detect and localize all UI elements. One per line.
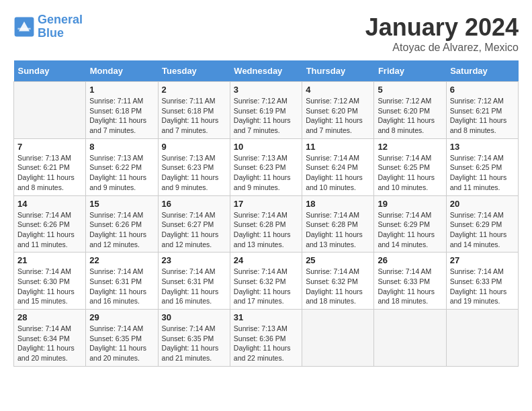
day-info: Sunrise: 7:12 AMSunset: 6:20 PMDaylight:… [378, 96, 442, 136]
day-info: Sunrise: 7:12 AMSunset: 6:20 PMDaylight:… [306, 96, 370, 136]
logo: General Blue [13, 13, 83, 40]
day-info: Sunrise: 7:14 AMSunset: 6:32 PMDaylight:… [306, 267, 370, 306]
day-cell: 30Sunrise: 7:14 AMSunset: 6:35 PMDayligh… [158, 310, 230, 367]
week-row-1: 1Sunrise: 7:11 AMSunset: 6:18 PMDaylight… [14, 82, 519, 139]
day-cell: 13Sunrise: 7:14 AMSunset: 6:25 PMDayligh… [446, 138, 518, 195]
day-info: Sunrise: 7:13 AMSunset: 6:22 PMDaylight:… [89, 153, 154, 193]
day-number: 4 [306, 85, 370, 95]
day-number: 7 [17, 142, 82, 152]
day-cell: 5Sunrise: 7:12 AMSunset: 6:20 PMDaylight… [374, 82, 446, 139]
column-header-saturday: Saturday [446, 60, 518, 82]
day-info: Sunrise: 7:14 AMSunset: 6:33 PMDaylight:… [378, 267, 442, 306]
day-cell: 1Sunrise: 7:11 AMSunset: 6:18 PMDaylight… [86, 82, 158, 139]
day-number: 9 [162, 142, 226, 152]
title-section: January 2024 Atoyac de Alvarez, Mexico [365, 13, 519, 54]
day-info: Sunrise: 7:12 AMSunset: 6:21 PMDaylight:… [450, 96, 515, 136]
day-info: Sunrise: 7:12 AMSunset: 6:19 PMDaylight:… [234, 96, 298, 136]
week-row-5: 28Sunrise: 7:14 AMSunset: 6:34 PMDayligh… [14, 310, 519, 367]
day-cell: 7Sunrise: 7:13 AMSunset: 6:21 PMDaylight… [14, 138, 86, 195]
day-cell: 14Sunrise: 7:14 AMSunset: 6:26 PMDayligh… [14, 195, 86, 253]
day-info: Sunrise: 7:13 AMSunset: 6:36 PMDaylight:… [234, 324, 298, 363]
day-info: Sunrise: 7:14 AMSunset: 6:29 PMDaylight:… [378, 210, 442, 250]
day-info: Sunrise: 7:14 AMSunset: 6:31 PMDaylight:… [162, 267, 226, 306]
day-cell: 17Sunrise: 7:14 AMSunset: 6:28 PMDayligh… [230, 195, 302, 253]
day-cell: 11Sunrise: 7:14 AMSunset: 6:24 PMDayligh… [302, 138, 374, 195]
day-info: Sunrise: 7:14 AMSunset: 6:29 PMDaylight:… [450, 210, 515, 250]
logo-text: General Blue [38, 13, 83, 40]
day-cell: 2Sunrise: 7:11 AMSunset: 6:18 PMDaylight… [158, 82, 230, 139]
day-cell: 6Sunrise: 7:12 AMSunset: 6:21 PMDaylight… [446, 82, 518, 139]
day-cell: 9Sunrise: 7:13 AMSunset: 6:23 PMDaylight… [158, 138, 230, 195]
day-info: Sunrise: 7:13 AMSunset: 6:23 PMDaylight:… [162, 153, 226, 193]
day-cell: 3Sunrise: 7:12 AMSunset: 6:19 PMDaylight… [230, 82, 302, 139]
day-info: Sunrise: 7:14 AMSunset: 6:24 PMDaylight:… [306, 153, 370, 193]
column-header-monday: Monday [86, 60, 158, 82]
day-info: Sunrise: 7:13 AMSunset: 6:23 PMDaylight:… [234, 153, 298, 193]
day-cell: 10Sunrise: 7:13 AMSunset: 6:23 PMDayligh… [230, 138, 302, 195]
day-number: 15 [89, 199, 154, 209]
day-number: 23 [162, 255, 226, 265]
week-row-2: 7Sunrise: 7:13 AMSunset: 6:21 PMDaylight… [14, 138, 519, 195]
column-header-wednesday: Wednesday [230, 60, 302, 82]
day-number: 13 [450, 142, 515, 152]
day-info: Sunrise: 7:14 AMSunset: 6:25 PMDaylight:… [378, 153, 442, 193]
day-info: Sunrise: 7:14 AMSunset: 6:32 PMDaylight:… [234, 267, 298, 306]
day-number: 1 [89, 85, 154, 95]
day-number: 11 [306, 142, 370, 152]
day-number: 5 [378, 85, 442, 95]
day-number: 3 [234, 85, 298, 95]
day-number: 19 [378, 199, 442, 209]
day-cell: 29Sunrise: 7:14 AMSunset: 6:35 PMDayligh… [86, 310, 158, 367]
column-header-tuesday: Tuesday [158, 60, 230, 82]
day-cell: 23Sunrise: 7:14 AMSunset: 6:31 PMDayligh… [158, 253, 230, 310]
day-number: 27 [450, 255, 515, 265]
day-number: 20 [450, 199, 515, 209]
day-number: 25 [306, 255, 370, 265]
day-info: Sunrise: 7:14 AMSunset: 6:26 PMDaylight:… [89, 210, 154, 250]
day-number: 31 [234, 312, 298, 322]
day-info: Sunrise: 7:14 AMSunset: 6:31 PMDaylight:… [89, 267, 154, 306]
day-number: 16 [162, 199, 226, 209]
day-info: Sunrise: 7:14 AMSunset: 6:33 PMDaylight:… [450, 267, 515, 306]
day-cell [14, 82, 86, 139]
day-number: 22 [89, 255, 154, 265]
day-info: Sunrise: 7:11 AMSunset: 6:18 PMDaylight:… [89, 96, 154, 136]
day-number: 21 [17, 255, 82, 265]
day-cell: 26Sunrise: 7:14 AMSunset: 6:33 PMDayligh… [374, 253, 446, 310]
day-number: 29 [89, 312, 154, 322]
day-cell: 20Sunrise: 7:14 AMSunset: 6:29 PMDayligh… [446, 195, 518, 253]
day-info: Sunrise: 7:14 AMSunset: 6:35 PMDaylight:… [89, 324, 154, 363]
day-number: 14 [17, 199, 82, 209]
day-number: 6 [450, 85, 515, 95]
day-cell: 25Sunrise: 7:14 AMSunset: 6:32 PMDayligh… [302, 253, 374, 310]
logo-icon [13, 16, 35, 38]
day-cell: 28Sunrise: 7:14 AMSunset: 6:34 PMDayligh… [14, 310, 86, 367]
column-header-sunday: Sunday [14, 60, 86, 82]
logo-line2: Blue [38, 26, 64, 40]
column-header-friday: Friday [374, 60, 446, 82]
month-title: January 2024 [365, 13, 519, 42]
day-number: 26 [378, 255, 442, 265]
week-row-4: 21Sunrise: 7:14 AMSunset: 6:30 PMDayligh… [14, 253, 519, 310]
day-info: Sunrise: 7:13 AMSunset: 6:21 PMDaylight:… [17, 153, 82, 193]
day-cell: 15Sunrise: 7:14 AMSunset: 6:26 PMDayligh… [86, 195, 158, 253]
day-cell [374, 310, 446, 367]
day-cell: 4Sunrise: 7:12 AMSunset: 6:20 PMDaylight… [302, 82, 374, 139]
week-row-3: 14Sunrise: 7:14 AMSunset: 6:26 PMDayligh… [14, 195, 519, 253]
day-info: Sunrise: 7:14 AMSunset: 6:25 PMDaylight:… [450, 153, 515, 193]
day-cell: 19Sunrise: 7:14 AMSunset: 6:29 PMDayligh… [374, 195, 446, 253]
day-number: 17 [234, 199, 298, 209]
day-info: Sunrise: 7:14 AMSunset: 6:26 PMDaylight:… [17, 210, 82, 250]
day-cell: 8Sunrise: 7:13 AMSunset: 6:22 PMDaylight… [86, 138, 158, 195]
day-cell: 12Sunrise: 7:14 AMSunset: 6:25 PMDayligh… [374, 138, 446, 195]
day-cell: 21Sunrise: 7:14 AMSunset: 6:30 PMDayligh… [14, 253, 86, 310]
day-cell: 16Sunrise: 7:14 AMSunset: 6:27 PMDayligh… [158, 195, 230, 253]
day-number: 18 [306, 199, 370, 209]
day-cell: 24Sunrise: 7:14 AMSunset: 6:32 PMDayligh… [230, 253, 302, 310]
day-cell: 18Sunrise: 7:14 AMSunset: 6:28 PMDayligh… [302, 195, 374, 253]
day-info: Sunrise: 7:14 AMSunset: 6:28 PMDaylight:… [306, 210, 370, 250]
day-info: Sunrise: 7:14 AMSunset: 6:35 PMDaylight:… [162, 324, 226, 363]
column-header-thursday: Thursday [302, 60, 374, 82]
day-cell [302, 310, 374, 367]
day-info: Sunrise: 7:14 AMSunset: 6:28 PMDaylight:… [234, 210, 298, 250]
